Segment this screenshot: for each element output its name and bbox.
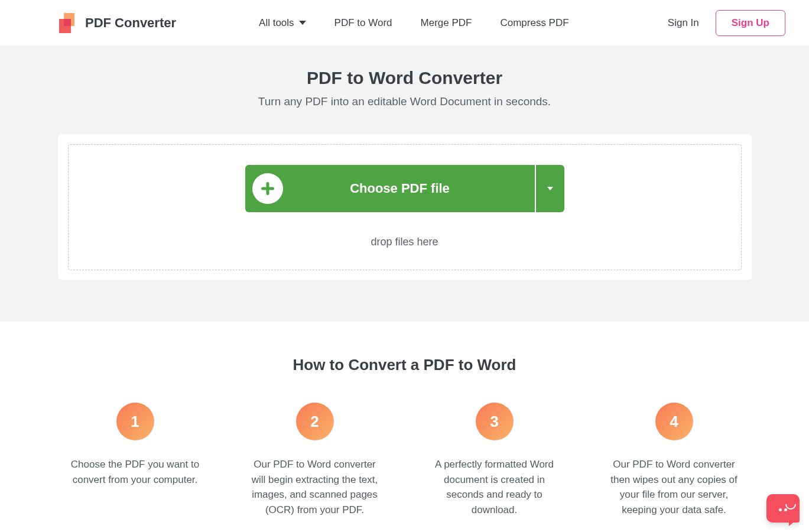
step-text: A perfectly formatted Word document is c… bbox=[426, 457, 563, 517]
logo-text: PDF Converter bbox=[85, 15, 176, 31]
step-text: Our PDF to Word converter then wipes out… bbox=[606, 457, 743, 517]
howto-section: How to Convert a PDF to Word 1 Choose th… bbox=[0, 322, 809, 532]
nav-pdf-to-word[interactable]: PDF to Word bbox=[334, 17, 392, 29]
step-text: Our PDF to Word converter will begin ext… bbox=[246, 457, 384, 517]
howto-title: How to Convert a PDF to Word bbox=[0, 356, 809, 374]
sign-up-button[interactable]: Sign Up bbox=[716, 10, 785, 36]
step-4: 4 Our PDF to Word converter then wipes o… bbox=[606, 403, 743, 517]
choose-file-dropdown[interactable] bbox=[536, 165, 564, 212]
drop-zone[interactable]: Choose PDF file drop files here bbox=[68, 144, 742, 270]
svg-rect-4 bbox=[261, 187, 274, 190]
choose-file-label: Choose PDF file bbox=[283, 181, 535, 196]
nav-compress-pdf[interactable]: Compress PDF bbox=[500, 17, 568, 29]
step-badge: 1 bbox=[116, 403, 154, 440]
step-2: 2 Our PDF to Word converter will begin e… bbox=[246, 403, 384, 517]
auth-area: Sign In Sign Up bbox=[668, 10, 785, 36]
page-subtitle: Turn any PDF into an editable Word Docum… bbox=[0, 95, 809, 108]
nav-all-tools[interactable]: All tools bbox=[259, 17, 306, 29]
upload-card: Choose PDF file drop files here bbox=[58, 134, 752, 280]
step-3: 3 A perfectly formatted Word document is… bbox=[426, 403, 563, 517]
logo[interactable]: PDF Converter bbox=[59, 13, 176, 33]
nav-all-tools-label: All tools bbox=[259, 17, 294, 29]
chat-widget-button[interactable] bbox=[766, 494, 800, 523]
drop-hint: drop files here bbox=[371, 236, 438, 248]
page-title: PDF to Word Converter bbox=[0, 68, 809, 88]
steps-row: 1 Choose the PDF you want to convert fro… bbox=[0, 403, 809, 517]
nav-merge-pdf[interactable]: Merge PDF bbox=[421, 17, 472, 29]
chevron-down-icon bbox=[299, 21, 306, 25]
svg-rect-2 bbox=[64, 19, 71, 26]
logo-icon bbox=[59, 13, 78, 33]
chevron-down-icon bbox=[547, 187, 553, 190]
step-badge: 2 bbox=[296, 403, 334, 440]
plus-icon bbox=[252, 173, 283, 204]
choose-file-button[interactable]: Choose PDF file bbox=[245, 165, 535, 212]
hero-section: PDF to Word Converter Turn any PDF into … bbox=[0, 46, 809, 322]
step-badge: 3 bbox=[476, 403, 514, 440]
step-1: 1 Choose the PDF you want to convert fro… bbox=[67, 403, 204, 517]
sign-in-link[interactable]: Sign In bbox=[668, 17, 699, 29]
site-header: PDF Converter All tools PDF to Word Merg… bbox=[0, 0, 809, 46]
step-text: Choose the PDF you want to convert from … bbox=[67, 457, 204, 487]
step-badge: 4 bbox=[655, 403, 693, 440]
choose-file-group: Choose PDF file bbox=[245, 165, 564, 212]
primary-nav: All tools PDF to Word Merge PDF Compress… bbox=[259, 17, 569, 29]
